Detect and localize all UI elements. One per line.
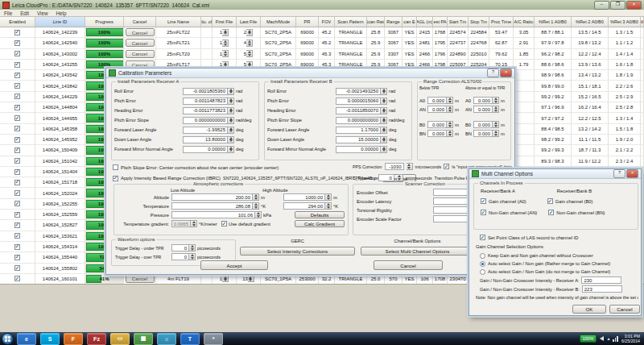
atmos-high-input[interactable]: 1000.00 xyxy=(283,193,325,201)
receiver-b-param-input[interactable]: -0.0011850070 xyxy=(336,107,381,114)
receiver-a-param-input[interactable]: 0.00000 xyxy=(183,146,228,153)
mco-cancel-button[interactable]: Cancel xyxy=(609,305,640,314)
row-enabled-checkbox[interactable] xyxy=(14,244,20,250)
file-spinner[interactable] xyxy=(248,275,254,282)
column-header[interactable]: Progress xyxy=(85,17,124,27)
explorer-folder-icon[interactable]: ▭ xyxy=(110,333,130,345)
atmos-low-input[interactable]: 286.08 xyxy=(171,202,253,210)
receiver-b-param-input[interactable]: 1.17000 xyxy=(336,127,381,134)
receiver-b-param-input[interactable]: 0.0000015060 xyxy=(336,98,381,105)
tpr-spinner[interactable] xyxy=(397,174,403,181)
titlebar[interactable]: Leica CloudPro : E:/DATA/SN7220_140624_1… xyxy=(0,0,644,10)
receiver-b-param-spinner[interactable] xyxy=(381,88,387,95)
range-corr-input[interactable]: 0.000 xyxy=(473,130,493,137)
row-enabled-checkbox[interactable] xyxy=(14,51,20,56)
column-header[interactable]: %Ret 3 A0/B0 xyxy=(609,17,641,27)
atmos-button[interactable]: Calc Gradient xyxy=(295,220,345,227)
atmos-spinner[interactable] xyxy=(325,193,332,201)
receiver-a-param-input[interactable]: 13.80000 xyxy=(183,136,228,143)
range-corr-spinner[interactable] xyxy=(493,121,499,128)
range-corr-spinner[interactable] xyxy=(493,130,499,137)
row-enabled-checkbox[interactable] xyxy=(14,115,20,121)
range-corr-spinner[interactable] xyxy=(493,106,499,113)
receiver-b-param-spinner[interactable] xyxy=(381,107,387,114)
column-header[interactable]: # No. of fl. xyxy=(201,17,213,27)
row-enabled-checkbox[interactable] xyxy=(14,169,20,175)
close-button[interactable]: × xyxy=(626,1,642,10)
receiver-a-param-input[interactable]: 0.0011487823 xyxy=(183,98,228,105)
column-header[interactable]: est PA xyxy=(433,17,448,27)
accept-button[interactable]: Accept xyxy=(200,260,268,270)
column-header[interactable]: Scan Pattern xyxy=(335,17,367,27)
clock[interactable]: 3:01 PM 6/25/2014 xyxy=(621,334,640,344)
atmos-button[interactable]: Defaults xyxy=(295,211,345,218)
row-enabled-checkbox[interactable] xyxy=(14,30,20,35)
atmos-high-input[interactable]: 294.00 xyxy=(283,202,325,210)
atmos-spinner[interactable] xyxy=(325,202,332,210)
tpr-input[interactable]: 0 xyxy=(378,174,394,181)
column-header[interactable]: Mach/Mode xyxy=(261,17,296,27)
close-icon[interactable]: × xyxy=(626,169,638,178)
pps-input[interactable]: -1030 xyxy=(385,163,404,170)
receiver-a-param-input[interactable]: -0.0021805360 xyxy=(183,88,228,95)
crossover-a-input[interactable]: 230 xyxy=(581,276,621,284)
use-default-gradient-checkbox[interactable] xyxy=(221,221,227,227)
teamviewer-icon[interactable]: T xyxy=(180,333,200,345)
menu-item-help[interactable]: Help xyxy=(56,10,67,16)
weather-app-icon[interactable]: ☼ xyxy=(157,333,176,345)
row-enabled-checkbox[interactable] xyxy=(14,148,20,153)
skype-icon[interactable]: S xyxy=(40,333,60,345)
atmos-spinner[interactable] xyxy=(253,202,259,210)
gain-option-radio[interactable] xyxy=(480,261,485,267)
range-corr-input[interactable]: 0.000 xyxy=(473,106,493,113)
row-enabled-checkbox[interactable] xyxy=(14,190,20,196)
row-cancel-button[interactable]: Cancel xyxy=(126,275,155,283)
receiver-a-param-spinner[interactable] xyxy=(228,88,234,95)
column-header[interactable]: Start Tm xyxy=(448,17,469,27)
gain-a-checkbox[interactable] xyxy=(481,198,486,204)
pps-spinner[interactable] xyxy=(407,163,413,170)
gain-b-checkbox[interactable] xyxy=(547,198,553,204)
calib-cancel-button[interactable]: Cancel xyxy=(374,260,443,270)
pitch-slope-checkbox[interactable] xyxy=(113,164,118,170)
waveform-input[interactable]: 0 xyxy=(171,253,189,260)
menu-item-view[interactable]: View xyxy=(37,10,48,16)
ok-button[interactable]: OK xyxy=(572,305,606,314)
range-corr-spinner[interactable] xyxy=(447,121,453,128)
maximize-button[interactable]: ❐ xyxy=(610,1,625,10)
nongain-b-checkbox[interactable] xyxy=(548,210,554,215)
menu-item-edit[interactable]: Edit xyxy=(20,10,29,16)
atmos-low-input[interactable]: 200.00 xyxy=(171,193,253,201)
utility-icon[interactable]: * xyxy=(204,333,223,345)
column-header[interactable]: Stop Tm xyxy=(469,17,489,27)
column-header[interactable]: can E xyxy=(402,17,417,27)
row-enabled-checkbox[interactable] xyxy=(14,201,20,206)
speaker-icon[interactable] xyxy=(600,336,604,341)
close-icon[interactable]: × xyxy=(500,69,512,77)
file-spinner[interactable] xyxy=(222,29,229,36)
receiver-a-param-spinner[interactable] xyxy=(228,117,234,124)
receiver-b-param-spinner[interactable] xyxy=(381,136,387,143)
column-header[interactable]: Line ID xyxy=(35,17,85,27)
calibration-dialog-titlebar[interactable]: Calibration Parameters ? × xyxy=(106,69,514,78)
row-cancel-button[interactable]: Cancel xyxy=(126,39,155,47)
column-header[interactable]: %Ret 1 A0/B0 xyxy=(535,17,572,27)
row-enabled-checkbox[interactable] xyxy=(14,105,20,110)
receiver-a-param-spinner[interactable] xyxy=(228,146,234,153)
file-spinner[interactable] xyxy=(246,39,253,47)
receiver-a-param-input[interactable]: -1.99525 xyxy=(183,127,228,134)
gain-option-radio[interactable] xyxy=(480,269,485,275)
row-enabled-checkbox[interactable] xyxy=(14,94,20,99)
row-enabled-checkbox[interactable] xyxy=(14,137,20,143)
row-enabled-checkbox[interactable] xyxy=(14,158,20,164)
waveform-input[interactable]: 0 xyxy=(171,244,189,251)
help-button[interactable]: ? xyxy=(487,69,499,77)
row-enabled-checkbox[interactable] xyxy=(14,222,20,228)
receiver-a-param-spinner[interactable] xyxy=(228,127,234,134)
column-header[interactable]: %Ret 2 A0/B0 xyxy=(572,17,609,27)
column-header[interactable]: FOV xyxy=(319,17,335,27)
firefox-icon[interactable]: F xyxy=(64,333,83,345)
receiver-b-param-input[interactable]: 0.0000000000 xyxy=(336,117,381,124)
row-enabled-checkbox[interactable] xyxy=(14,255,20,260)
receiver-b-param-input[interactable]: -0.0021493250 xyxy=(336,88,381,95)
